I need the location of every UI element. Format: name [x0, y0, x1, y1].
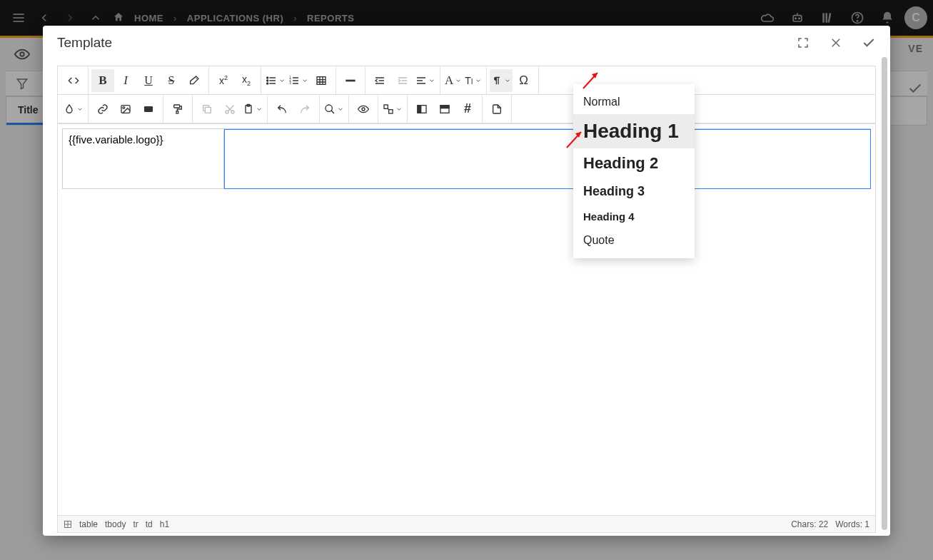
table-row: {{five.variable.logo}} [63, 129, 871, 189]
svg-rect-48 [205, 107, 211, 113]
svg-rect-54 [247, 104, 250, 106]
svg-point-19 [267, 77, 268, 78]
horizontal-rule-button[interactable] [339, 69, 362, 92]
svg-rect-59 [389, 109, 393, 113]
toolbar-row-2: # [58, 95, 875, 123]
path-seg[interactable]: table [79, 519, 98, 529]
svg-rect-46 [174, 105, 180, 108]
svg-rect-64 [440, 105, 449, 108]
toolbar: BIUSx2x2123ATIΩ # [57, 66, 876, 123]
paragraph-format-dropdown[interactable]: NormalHeading 1Heading 2Heading 3Heading… [573, 84, 695, 258]
svg-rect-53 [246, 105, 251, 113]
svg-point-55 [326, 105, 332, 111]
video-button[interactable] [137, 98, 160, 121]
clear-format-button[interactable] [183, 69, 206, 92]
editor-footer: table tbody tr td h1 Chars: 22 Words: 1 [57, 516, 876, 533]
cell-text: {{five.variable.logo}} [69, 133, 163, 146]
toolbar-row-1: BIUSx2x2123ATIΩ [58, 66, 875, 95]
copy-button [196, 98, 218, 121]
strike-button[interactable]: S [160, 69, 183, 92]
layout-2-button[interactable] [433, 98, 456, 121]
align-button[interactable] [414, 69, 437, 92]
undo-button[interactable] [271, 98, 293, 121]
table-cell-1[interactable]: {{five.variable.logo}} [63, 129, 224, 189]
merge-button[interactable] [381, 98, 404, 121]
ink-color-button[interactable] [62, 98, 85, 121]
path-seg[interactable]: h1 [160, 519, 169, 529]
zoom-button[interactable] [323, 98, 346, 121]
special-char-button[interactable]: Ω [513, 69, 535, 92]
paragraph-format-button[interactable] [490, 69, 513, 92]
modal-header: Template [43, 26, 890, 60]
format-option-heading-1[interactable]: Heading 1 [573, 114, 695, 148]
close-icon[interactable] [829, 36, 843, 50]
editor-wrap: BIUSx2x2123ATIΩ # {{five.variable.logo}}… [43, 60, 890, 536]
svg-line-52 [226, 105, 232, 111]
table-button[interactable] [310, 69, 333, 92]
svg-rect-62 [418, 105, 421, 113]
words-label: Words: [835, 519, 862, 529]
svg-text:1: 1 [289, 76, 291, 79]
file-button[interactable] [485, 98, 508, 121]
svg-point-20 [267, 80, 268, 81]
words-value: 1 [864, 519, 869, 529]
modal-title: Template [57, 35, 112, 51]
layout-1-button[interactable] [410, 98, 433, 121]
unordered-list-button[interactable] [264, 69, 287, 92]
svg-rect-58 [384, 105, 388, 108]
modal-scrollbar[interactable] [882, 57, 887, 530]
svg-rect-45 [144, 106, 153, 112]
cut-button [218, 98, 241, 121]
chars-label: Chars: [791, 519, 816, 529]
editor-canvas[interactable]: {{five.variable.logo}} [57, 123, 876, 516]
svg-point-44 [123, 106, 125, 108]
svg-point-50 [231, 111, 234, 113]
path-seg[interactable]: tr [133, 519, 138, 529]
table-cell-2[interactable] [224, 129, 871, 189]
svg-line-56 [331, 111, 334, 113]
svg-point-57 [362, 108, 365, 111]
format-option-normal[interactable]: Normal [573, 90, 695, 114]
svg-rect-63 [440, 105, 449, 113]
image-button[interactable] [114, 98, 137, 121]
template-modal: Template BIUSx2x2123ATIΩ # {{five.variab… [43, 26, 890, 536]
link-button[interactable] [91, 98, 114, 121]
svg-rect-43 [121, 105, 130, 113]
outdent-button[interactable] [368, 69, 391, 92]
svg-text:2: 2 [289, 78, 291, 82]
italic-button[interactable]: I [114, 69, 137, 92]
subscript-button[interactable]: x2 [235, 69, 258, 92]
svg-rect-61 [418, 105, 426, 113]
redo-button [293, 98, 316, 121]
indent-button [391, 69, 414, 92]
svg-line-51 [228, 105, 233, 111]
preview-button[interactable] [352, 98, 375, 121]
chars-value: 22 [819, 519, 828, 529]
svg-point-21 [267, 83, 268, 84]
document-table[interactable]: {{five.variable.logo}} [62, 128, 871, 189]
grid-icon [64, 520, 72, 529]
format-option-heading-4[interactable]: Heading 4 [573, 205, 695, 228]
text-size-button[interactable]: TI [463, 69, 483, 92]
path-seg[interactable]: td [146, 519, 153, 529]
text-color-button[interactable]: A [443, 69, 463, 92]
paste-button[interactable] [241, 98, 264, 121]
format-option-heading-2[interactable]: Heading 2 [573, 148, 695, 178]
svg-rect-33 [346, 79, 355, 81]
path-seg[interactable]: tbody [105, 519, 126, 529]
svg-rect-28 [317, 76, 326, 84]
confirm-icon[interactable] [862, 36, 876, 50]
format-paint-button[interactable] [166, 98, 189, 121]
fullscreen-icon[interactable] [796, 36, 810, 50]
hash-button[interactable]: # [456, 98, 479, 121]
svg-rect-47 [176, 111, 178, 113]
format-option-heading-3[interactable]: Heading 3 [573, 178, 695, 205]
svg-text:3: 3 [289, 81, 291, 85]
ordered-list-button[interactable]: 123 [287, 69, 310, 92]
superscript-button[interactable]: x2 [212, 69, 235, 92]
format-option-quote[interactable]: Quote [573, 228, 695, 253]
svg-point-49 [226, 111, 228, 113]
bold-button[interactable]: B [91, 69, 114, 92]
underline-button[interactable]: U [137, 69, 160, 92]
code-view-button[interactable] [62, 69, 85, 92]
